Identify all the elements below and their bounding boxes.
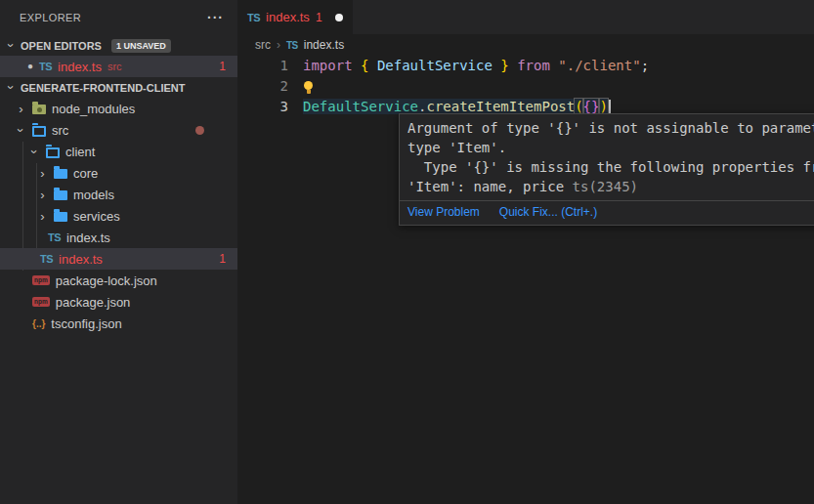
tree-item-label: services (73, 209, 120, 224)
error-message-line: type 'Item'. (407, 138, 814, 157)
tree-item-label: index.ts (59, 252, 103, 267)
modified-dot-icon: ● (27, 62, 33, 71)
tree-item-package-json[interactable]: npm package.json (0, 291, 237, 313)
open-editor-folder: src (107, 61, 122, 72)
error-code: ts(2345) (573, 179, 638, 194)
error-message-line: Argument of type '{}' is not assignable … (407, 118, 814, 138)
tree-item-label: core (73, 166, 98, 181)
code-token: ) (599, 99, 607, 114)
typescript-file-icon: TS (39, 61, 52, 72)
code-token: { (353, 58, 377, 73)
line-number: 2 (237, 76, 288, 97)
tree-item-label: package.json (56, 295, 131, 310)
lightbulb-icon[interactable] (303, 81, 314, 94)
chevron-down-icon: › (5, 40, 18, 51)
code-token: createItemItemPost (426, 99, 575, 114)
tree-item-client[interactable]: › client (0, 141, 237, 162)
typescript-file-icon: TS (40, 253, 53, 265)
workspace-header[interactable]: › GENERATE-FRONTEND-CLIENT (0, 77, 237, 98)
error-count-badge: 1 (219, 60, 226, 73)
error-message-text: 'Item': name, price (407, 179, 573, 194)
chevron-right-icon: › (16, 103, 26, 115)
breadcrumb-file[interactable]: index.ts (304, 38, 344, 52)
code-token: } (493, 58, 517, 73)
typescript-file-icon: TS (286, 40, 298, 51)
hover-actions-bar: View Problem Quick Fix... (Ctrl+.) (400, 200, 814, 225)
explorer-sidebar: EXPLORER ··· › OPEN EDITORS 1 UNSAVED ● … (0, 0, 237, 504)
sidebar-header: EXPLORER ··· (0, 0, 237, 35)
tree-item-services[interactable]: › services (0, 205, 237, 227)
tree-item-label: index.ts (66, 231, 110, 245)
modified-folder-dot (195, 126, 204, 135)
chevron-right-icon: › (37, 167, 48, 180)
error-message: Argument of type '{}' is not assignable … (400, 114, 814, 200)
chevron-down-icon: › (5, 82, 18, 93)
npm-icon: npm (32, 297, 50, 308)
line-number: 3 (237, 97, 288, 117)
breadcrumb-folder[interactable]: src (255, 38, 271, 52)
unsaved-badge: 1 UNSAVED (111, 39, 171, 53)
npm-icon: npm (32, 275, 50, 286)
folder-icon (54, 212, 67, 222)
open-editors-header[interactable]: › OPEN EDITORS 1 UNSAVED (0, 35, 237, 56)
tree-item-core[interactable]: › core (0, 162, 237, 184)
code-token: DefaultService (377, 58, 493, 73)
folder-open-icon (32, 126, 46, 137)
chevron-right-icon: › (37, 189, 48, 201)
tree-item-models[interactable]: › models (0, 184, 237, 205)
chevron-down-icon: › (15, 125, 27, 136)
tree-item-src[interactable]: › src (0, 119, 237, 141)
code-editor[interactable]: 1 import { DefaultService } from "./clie… (237, 56, 814, 117)
workspace-label: GENERATE-FRONTEND-CLIENT (21, 82, 185, 94)
more-actions-icon[interactable]: ··· (207, 10, 224, 25)
braces-icon: {..} (32, 318, 45, 329)
tab-label: index.ts (266, 10, 310, 24)
tree-item-label: client (65, 145, 95, 159)
tree-item-tsconfig-json[interactable]: {..} tsconfig.json (0, 313, 237, 334)
typescript-file-icon: TS (48, 231, 61, 243)
open-editors-label: OPEN EDITORS (21, 40, 102, 52)
tree-item-label: tsconfig.json (51, 316, 121, 331)
code-line-1: 1 import { DefaultService } from "./clie… (237, 56, 814, 76)
view-problem-link[interactable]: View Problem (407, 205, 480, 219)
folder-icon (54, 190, 67, 200)
typescript-file-icon: TS (247, 12, 260, 23)
error-message-line: 'Item': name, price ts(2345) (407, 177, 814, 196)
tab-index-ts[interactable]: TS index.ts 1 (237, 0, 353, 34)
folder-icon (54, 169, 67, 179)
error-hover-tooltip: Argument of type '{}' is not assignable … (399, 113, 814, 226)
line-number: 1 (237, 56, 288, 76)
error-message-line: Type '{}' is missing the following prope… (407, 157, 814, 177)
open-editor-item-index-ts[interactable]: ● TS index.ts src 1 (0, 56, 237, 77)
sidebar-title: EXPLORER (20, 12, 81, 23)
chevron-down-icon: › (28, 147, 41, 157)
error-count-badge: 1 (219, 252, 226, 266)
tree-item-label: src (52, 123, 68, 138)
breadcrumb: src › TS index.ts (237, 34, 814, 56)
code-token: "./client" (550, 58, 641, 73)
code-token: ; (641, 58, 649, 73)
tree-item-label: node_modules (52, 102, 135, 116)
folder-open-icon (46, 147, 60, 158)
tree-item-label: models (73, 188, 114, 202)
vscode-window: EXPLORER ··· › OPEN EDITORS 1 UNSAVED ● … (0, 0, 814, 504)
tree-item-client-index-ts[interactable]: TS index.ts (0, 227, 237, 248)
breadcrumb-separator-icon: › (277, 38, 280, 52)
editor-pane: TS index.ts 1 src › TS index.ts 1 import… (237, 0, 814, 504)
node-modules-folder-icon (32, 105, 46, 114)
tab-bar: TS index.ts 1 (237, 0, 814, 34)
tree-item-node-modules[interactable]: › node_modules (0, 98, 237, 119)
code-token: from (517, 58, 550, 73)
open-editor-filename: index.ts (58, 60, 102, 74)
error-token: {} (583, 99, 600, 114)
code-token: import (303, 58, 353, 73)
tree-item-package-lock-json[interactable]: npm package-lock.json (0, 270, 237, 291)
tree-item-src-index-ts[interactable]: TS index.ts 1 (0, 248, 237, 270)
code-token: ( (575, 99, 582, 114)
unsaved-dot-icon[interactable] (335, 14, 343, 21)
code-line-2: 2 (237, 76, 814, 97)
code-token: DefaultService (303, 99, 418, 114)
quick-fix-link[interactable]: Quick Fix... (Ctrl+.) (499, 205, 597, 219)
tree-item-label: package-lock.json (56, 273, 157, 288)
chevron-right-icon: › (37, 210, 48, 223)
